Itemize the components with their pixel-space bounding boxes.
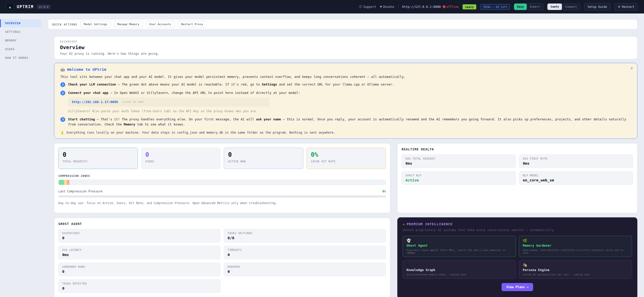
step3-text-a: — That's it! The proxy handles everythin… <box>95 117 256 121</box>
restart-proxy-button[interactable]: Restart Proxy <box>178 21 206 28</box>
usage-note: Day-to-day use: focus on Active, Users, … <box>58 201 386 205</box>
sidebar-item-overview[interactable]: OVERVIEW <box>0 19 41 27</box>
setup-guide-label: Setup Guide <box>588 5 607 9</box>
stat-value: 0ms <box>62 253 217 257</box>
sidebar-item-settings[interactable]: SETTINGS <box>0 28 41 36</box>
stat-value: en_core_web_sm <box>523 178 629 182</box>
stat-label: GARDENER RUNS <box>62 265 217 268</box>
restart-button[interactable]: ⟳ Restart <box>614 3 638 11</box>
user-accounts-button[interactable]: User Accounts <box>146 21 175 28</box>
mode-expert-button[interactable]: Expert <box>527 4 543 10</box>
stat-label: DISPATCHES <box>62 232 217 235</box>
stat-card-users: 0 USERS <box>141 148 221 169</box>
sidebar-item-memory[interactable]: MEMORY <box>0 37 41 45</box>
support-link[interactable]: ⓘ Support <box>359 5 376 9</box>
feature-tile-ghost-agent: 👻 Ghost Agent Invisible swarm agents fet… <box>403 236 516 257</box>
sillytavern-note: SillyTavern? Also paste your Auth Token … <box>68 109 631 114</box>
manage-memory-button[interactable]: Manage Memory <box>114 21 143 28</box>
compression-zones-title: COMPRESSION ZONES <box>58 174 386 177</box>
ghost-stat-tasks-detected: TASKS DETECTED 0 <box>58 279 220 293</box>
stat-label: CACHE HIT RATE <box>311 160 382 163</box>
robot-icon: 🤖 <box>60 67 65 72</box>
quick-actions-bar: QUICK ACTIONS Model Settings Manage Memo… <box>48 19 637 29</box>
app-name: UPTRIM <box>17 5 34 9</box>
sidebar-item-users[interactable]: USERS <box>0 45 41 53</box>
heart-icon: ♥ <box>380 5 382 9</box>
sidebar-item-how-it-works[interactable]: HOW IT WORKS <box>0 54 41 62</box>
health-stat-avg-first-byte: AVG FIRST BYTE 0ms <box>519 154 633 168</box>
realtime-health-title: REALTIME HEALTH <box>402 148 633 151</box>
step-number-badge: 2 <box>60 91 65 95</box>
proxy-url-copy-field[interactable]: http://192.168.1.17:9099 CLICK TO COPY <box>68 97 269 106</box>
stat-label: AVG FIRST BYTE <box>523 157 629 160</box>
density-compact-button[interactable]: Compact <box>562 4 580 10</box>
pressure-label: Last Compression Pressure <box>58 190 102 193</box>
feature-title: Knowledge Graph <box>406 268 512 272</box>
step2-bold: Connect your chat app <box>68 91 108 95</box>
quick-actions-label: QUICK ACTIONS <box>52 23 77 26</box>
ghost-stat-dispatches: DISPATCHES 0 <box>58 229 220 243</box>
feature-title: Ghost Agent <box>406 244 512 247</box>
welcome-step-1: 1 Check your LLM connection — The green … <box>60 82 631 87</box>
premium-intelligence-panel: ✦ PREMIUM INTELLIGENCE Unlock proprietar… <box>397 217 637 297</box>
step3-text-c: tab to see what it knows. <box>135 122 185 126</box>
step3-bold: Start chatting <box>68 117 95 121</box>
setup-guide-button[interactable]: Setup Guide <box>584 3 611 11</box>
status-dot-icon <box>443 6 445 8</box>
stats-panel: 0 TOTAL REQUESTS 0 USERS 0 ACTIVE NOW <box>54 143 390 213</box>
step-number-badge: 3 <box>60 117 65 122</box>
stat-value: 0 <box>62 270 217 274</box>
health-stat-avg-total-request: AVG TOTAL REQUEST 0ms <box>402 154 516 168</box>
realtime-health-panel: REALTIME HEALTH AVG TOTAL REQUEST 0ms AV… <box>397 143 637 213</box>
sidebar: OVERVIEW SETTINGS MEMORY USERS HOW IT WO… <box>0 13 43 297</box>
close-icon[interactable]: × <box>630 66 633 71</box>
density-toggle: Comfy Compact <box>547 3 580 10</box>
step1-text-a: — The green dot above means your AI mode… <box>116 82 262 86</box>
zone-red-segment <box>67 180 69 185</box>
step3-bold-b: ask your name <box>256 117 281 121</box>
welcome-step-2: 2 Connect your chat app — In Open WebUI … <box>60 90 631 114</box>
page-title: Overview <box>60 44 632 50</box>
stat-value: 0/0 <box>228 236 382 240</box>
stat-value: 0% <box>311 151 382 158</box>
stat-label: ACTIVE NOW <box>228 160 299 163</box>
compression-zones-bar <box>58 180 386 185</box>
step1-bold: Check your LLM connection <box>68 82 116 86</box>
trial-badge: TRIAL — 0d left <box>480 4 510 10</box>
view-plans-button[interactable]: View Plans → <box>502 283 533 291</box>
ghost-stat-deduped: DEDUPED 0 <box>224 263 386 276</box>
ghost-icon: 👻 <box>406 238 512 243</box>
premium-subtitle: Unlock proprietary AI systems that make … <box>403 228 632 232</box>
dashboard-header-card: DASHBOARD Overview Your AI proxy is runn… <box>54 36 637 59</box>
feature-desc: Custom AI personalities per user — comin… <box>523 273 628 276</box>
feature-title: Memory Gardener <box>523 244 628 247</box>
ghost-stat-tasks-ok-fired: TASKS OK/FIRED 0/0 <box>224 229 386 243</box>
plant-icon: 🌿 <box>523 238 628 243</box>
premium-title: PREMIUM INTELLIGENCE <box>407 222 453 226</box>
feature-desc: Interconnected memory nodes — coming soo… <box>406 273 512 276</box>
stat-label: SPACY NLP <box>405 174 512 177</box>
donate-label: Donate <box>383 5 394 9</box>
brand: ▲ UPTRIM v1.0.0 <box>6 3 50 11</box>
density-comfy-button[interactable]: Comfy <box>547 4 562 10</box>
stat-label: NLP MODEL <box>523 174 629 177</box>
stat-value: 0 <box>228 151 299 158</box>
stat-label: TASKS DETECTED <box>62 282 217 285</box>
restart-icon: ⟳ <box>618 5 621 9</box>
llm-endpoint: http://127.0.0.1:8080 offline <box>402 5 459 9</box>
stat-label: AVG LATENCY <box>62 248 217 251</box>
masks-icon: 🎭 <box>523 263 628 267</box>
support-icon: ⓘ <box>359 5 362 9</box>
health-stat-spacy-nlp: SPACY NLP Active <box>402 171 516 185</box>
stat-value: 0 <box>228 253 382 257</box>
mode-easy-button[interactable]: Easy <box>514 4 527 10</box>
stat-label: AVG TOTAL REQUEST <box>405 157 512 160</box>
stat-value: 0 <box>62 236 217 240</box>
model-settings-button[interactable]: Model Settings <box>81 21 111 28</box>
step1-text-b: and set the correct URL for your llama.c… <box>277 82 394 86</box>
donate-link[interactable]: ♥ Donate <box>380 5 394 9</box>
stat-card-cache-hit-rate: 0% CACHE HIT RATE <box>307 148 386 169</box>
feature-title: Persona Engine <box>523 268 628 272</box>
pressure-progress-bar <box>58 195 386 197</box>
lightbulb-icon: 💡 <box>60 131 64 134</box>
